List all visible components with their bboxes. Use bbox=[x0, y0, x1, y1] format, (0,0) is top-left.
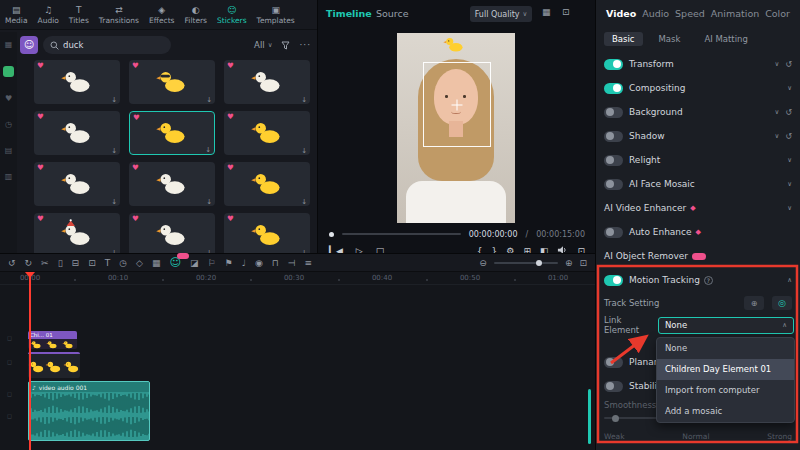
sticker-white-duckling[interactable]: ♥↓ bbox=[224, 60, 310, 104]
search-input[interactable] bbox=[63, 40, 153, 50]
subtab-ai-matting[interactable]: AI Matting bbox=[696, 32, 755, 46]
flag-icon[interactable]: ⚐ bbox=[207, 258, 215, 268]
scissors-icon[interactable]: ✂ bbox=[41, 258, 49, 268]
compositing-toggle[interactable] bbox=[604, 83, 623, 94]
timeline-ruler[interactable]: 00:0000:1000:2000:3000:4000:5001:00 bbox=[0, 272, 595, 285]
property-row-shadow[interactable]: Shadow∨↺ bbox=[596, 124, 800, 148]
dropdown-option-none[interactable]: None bbox=[657, 338, 794, 359]
chevron-down-icon[interactable]: ∨ bbox=[787, 156, 792, 164]
property-row-ai-face-mosaic[interactable]: AI Face Mosaic∨ bbox=[596, 172, 800, 196]
download-icon[interactable]: ↓ bbox=[205, 146, 211, 154]
heart-icon[interactable]: ♥ bbox=[37, 214, 44, 223]
subtab-mask[interactable]: Mask bbox=[651, 32, 689, 46]
track-header-icon[interactable]: ◻ bbox=[7, 412, 12, 419]
marker-icon[interactable]: ⚑ bbox=[225, 258, 233, 268]
heart-icon[interactable]: ♥ bbox=[37, 61, 44, 70]
progress-knob[interactable] bbox=[329, 232, 334, 237]
zoom-in-icon[interactable]: ⊕ bbox=[565, 258, 573, 268]
toolbar-tab-filters[interactable]: ◐Filters bbox=[180, 0, 212, 30]
dropdown-option-import-from-computer[interactable]: Import from computer bbox=[657, 380, 794, 401]
sticker-santa-duck[interactable]: ♥↓ bbox=[34, 213, 120, 253]
chevron-down-icon[interactable]: ∨ bbox=[787, 180, 792, 188]
heart-icon[interactable]: ♥ bbox=[227, 61, 234, 70]
download-icon[interactable]: ↓ bbox=[206, 198, 212, 206]
transform-toggle[interactable] bbox=[604, 59, 623, 70]
zoom-out-icon[interactable]: ⊖ bbox=[479, 258, 487, 268]
tab-color[interactable]: Color bbox=[765, 8, 790, 19]
category-grid-icon[interactable]: ▦ bbox=[5, 40, 13, 49]
sticker-yellow-duckling[interactable]: ♥↓ bbox=[224, 213, 310, 253]
dropdown-option-add-a-mosaic[interactable]: Add a mosaic bbox=[657, 401, 794, 422]
crop-icon[interactable]: ⊡ bbox=[88, 258, 96, 268]
emoji-pack-button[interactable]: ☺ bbox=[20, 36, 38, 54]
tab-video[interactable]: Video bbox=[606, 8, 636, 19]
mask-icon[interactable]: ◪ bbox=[190, 258, 199, 268]
heart-icon[interactable]: ♥ bbox=[37, 112, 44, 121]
shadow-toggle[interactable] bbox=[604, 131, 623, 142]
heart-icon[interactable]: ♥ bbox=[133, 113, 140, 122]
category-pack-icon[interactable]: ▤ bbox=[5, 146, 13, 155]
sticker-sunglasses-duck[interactable]: ♥↓ bbox=[129, 60, 215, 104]
download-icon[interactable]: ↓ bbox=[111, 96, 117, 104]
property-row-ai-video-enhancer[interactable]: AI Video Enhancer◆∨ bbox=[596, 196, 800, 220]
chevron-down-icon[interactable]: ∨ bbox=[775, 108, 780, 116]
audio-clip[interactable]: ♪ video audio 001 bbox=[28, 381, 150, 441]
relight-toggle[interactable] bbox=[604, 155, 623, 166]
category-gif-icon[interactable] bbox=[3, 66, 14, 77]
motion-tracking-toggle[interactable] bbox=[604, 275, 623, 286]
duck-video-clip[interactable] bbox=[28, 352, 80, 378]
tab-source[interactable]: Source bbox=[376, 8, 409, 19]
download-icon[interactable]: ↓ bbox=[111, 198, 117, 206]
filter-funnel-icon[interactable] bbox=[281, 41, 290, 50]
keyframe-icon[interactable]: ◇ bbox=[136, 258, 143, 268]
heart-icon[interactable]: ♥ bbox=[37, 163, 44, 172]
heart-icon[interactable]: ♥ bbox=[132, 214, 139, 223]
tracks-icon[interactable]: ≡ bbox=[305, 258, 313, 268]
tracking-box[interactable] bbox=[423, 62, 491, 147]
sticker-yellow-duck[interactable]: ♥↓ bbox=[129, 111, 215, 155]
redo-icon[interactable]: ↻ bbox=[25, 258, 33, 268]
track-header-icon[interactable]: ◻ bbox=[7, 358, 12, 365]
planar-tracking-toggle[interactable] bbox=[604, 357, 623, 368]
sticker-icon[interactable]: ☺ bbox=[169, 256, 180, 269]
timer-icon[interactable]: ◷ bbox=[119, 258, 127, 268]
sticker-swan-pair[interactable]: ♥↓ bbox=[34, 162, 120, 206]
category-folder-icon[interactable]: ▥ bbox=[5, 172, 13, 181]
download-icon[interactable]: ↓ bbox=[111, 147, 117, 155]
property-row-transform[interactable]: Transform∨↺ bbox=[596, 52, 800, 76]
sticker-white-goose[interactable]: ♥↓ bbox=[129, 162, 215, 206]
property-row-relight[interactable]: Relight∨ bbox=[596, 148, 800, 172]
trash-icon[interactable]: ⊟ bbox=[72, 258, 80, 268]
download-icon[interactable]: ↓ bbox=[301, 96, 307, 104]
sticker-white-swan[interactable]: ♥↓ bbox=[129, 213, 215, 253]
more-options-button[interactable]: ··· bbox=[299, 40, 311, 50]
chevron-up-icon[interactable]: ∧ bbox=[787, 276, 792, 284]
category-heart-icon[interactable]: ♥ bbox=[5, 94, 12, 103]
toolbar-tab-templates[interactable]: ▣Templates bbox=[252, 0, 300, 30]
download-icon[interactable]: ↓ bbox=[301, 147, 307, 155]
link-element-select[interactable]: None ∧ bbox=[658, 317, 794, 334]
playhead[interactable] bbox=[29, 272, 31, 450]
property-row-compositing[interactable]: Compositing∨ bbox=[596, 76, 800, 100]
heart-icon[interactable]: ♥ bbox=[132, 163, 139, 172]
reset-icon[interactable]: ↺ bbox=[785, 132, 792, 141]
sticker-dancing-goose[interactable]: ♥↓ bbox=[34, 111, 120, 155]
grid-icon[interactable]: ▦ bbox=[152, 258, 161, 268]
heart-icon[interactable]: ♥ bbox=[132, 61, 139, 70]
grid-view-icon[interactable]: ▦ bbox=[542, 7, 551, 17]
fit-timeline-icon[interactable]: ⊡ bbox=[579, 258, 587, 268]
sticker-rubber-duck[interactable]: ♥↓ bbox=[224, 111, 310, 155]
dropdown-option-children-day-element-01[interactable]: Children Day Element 01 bbox=[657, 359, 794, 380]
quality-dropdown[interactable]: Full Quality ∨ bbox=[470, 6, 532, 22]
download-icon[interactable]: ↓ bbox=[206, 96, 212, 104]
track-header-icon[interactable]: ◻ bbox=[7, 390, 12, 397]
help-icon[interactable]: ? bbox=[704, 276, 713, 285]
reset-icon[interactable]: ↺ bbox=[785, 60, 792, 69]
auto-enhance-toggle[interactable] bbox=[604, 227, 623, 238]
magnet-icon[interactable]: ⊓ bbox=[272, 258, 279, 268]
undo-icon[interactable]: ↺ bbox=[8, 258, 16, 268]
track-target-button[interactable]: ◎ bbox=[772, 296, 792, 310]
toolbar-tab-effects[interactable]: ◈Effects bbox=[144, 0, 180, 30]
text-icon[interactable]: T bbox=[105, 258, 111, 268]
tab-audio[interactable]: Audio bbox=[642, 8, 669, 19]
